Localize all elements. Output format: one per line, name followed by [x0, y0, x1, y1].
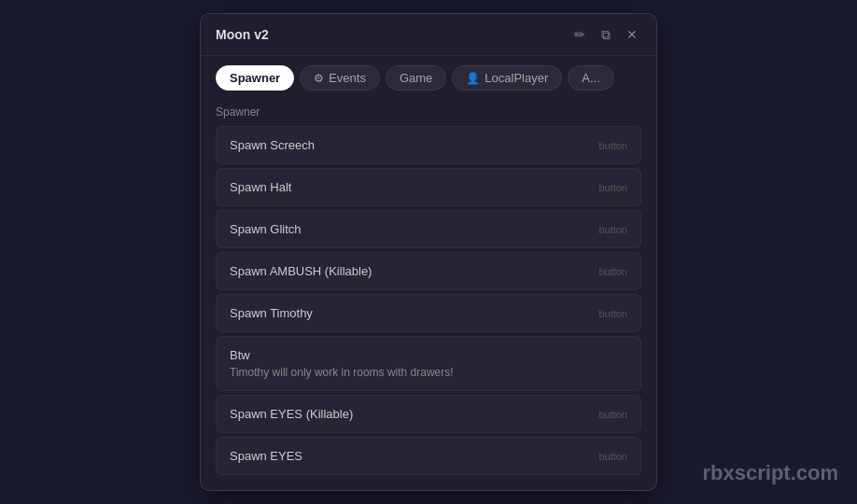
spawn-ambush-label: Spawn AMBUSH (Killable) — [230, 264, 372, 278]
tab-spawner-label: Spawner — [230, 71, 280, 85]
tabs-bar: Spawner ⚙ Events Game 👤 LocalPlayer A... — [201, 56, 656, 100]
info-box: Btw Timothy will only work in rooms with… — [216, 336, 641, 391]
close-icon[interactable]: ✕ — [623, 25, 641, 44]
info-description: Timothy will only work in rooms with dra… — [230, 366, 627, 379]
spawn-eyes-type: button — [598, 451, 627, 462]
spawn-screech-type: button — [598, 140, 627, 151]
info-title: Btw — [230, 348, 627, 362]
spawn-eyes-killable-label: Spawn EYES (Killable) — [230, 407, 353, 421]
copy-icon[interactable]: ⧉ — [597, 25, 615, 44]
spawn-timothy-label: Spawn Timothy — [230, 306, 313, 320]
spawn-ambush-button[interactable]: Spawn AMBUSH (Killable) button — [216, 252, 641, 290]
section-label: Spawner — [201, 100, 656, 126]
spawn-glitch-label: Spawn Glitch — [230, 222, 302, 236]
tab-localplayer[interactable]: 👤 LocalPlayer — [452, 65, 562, 91]
spawn-eyes-label: Spawn EYES — [230, 449, 302, 463]
spawn-glitch-type: button — [598, 224, 627, 235]
tab-more-label: A... — [582, 71, 600, 85]
title-icons: ✏ ⧉ ✕ — [570, 25, 641, 44]
title-bar: Moon v2 ✏ ⧉ ✕ — [201, 14, 656, 56]
spawn-screech-button[interactable]: Spawn Screech button — [216, 126, 641, 164]
items-list: Spawn Screech button Spawn Halt button S… — [201, 126, 656, 490]
tab-spawner[interactable]: Spawner — [216, 65, 294, 91]
window-title: Moon v2 — [216, 27, 269, 42]
tab-events-label: Events — [329, 71, 366, 85]
main-window: Moon v2 ✏ ⧉ ✕ Spawner ⚙ Events Game 👤 Lo… — [200, 13, 657, 491]
spawn-timothy-type: button — [598, 308, 627, 319]
spawn-ambush-type: button — [598, 266, 627, 277]
tab-game-label: Game — [400, 71, 432, 85]
spawn-eyes-button[interactable]: Spawn EYES button — [216, 437, 641, 475]
events-icon: ⚙ — [314, 72, 324, 85]
tab-events[interactable]: ⚙ Events — [300, 65, 380, 91]
spawn-screech-label: Spawn Screech — [230, 138, 315, 152]
tab-game[interactable]: Game — [386, 65, 446, 91]
spawn-eyes-killable-type: button — [598, 409, 627, 420]
spawn-timothy-button[interactable]: Spawn Timothy button — [216, 294, 641, 332]
tab-more[interactable]: A... — [568, 65, 614, 91]
spawn-glitch-button[interactable]: Spawn Glitch button — [216, 210, 641, 248]
edit-icon[interactable]: ✏ — [570, 25, 589, 44]
spawn-halt-label: Spawn Halt — [230, 180, 291, 194]
spawn-halt-button[interactable]: Spawn Halt button — [216, 168, 641, 206]
spawn-halt-type: button — [598, 182, 627, 193]
watermark: rbxscript.com — [703, 461, 839, 485]
tab-localplayer-label: LocalPlayer — [485, 71, 548, 85]
spawn-eyes-killable-button[interactable]: Spawn EYES (Killable) button — [216, 395, 641, 433]
localplayer-icon: 👤 — [466, 72, 480, 85]
